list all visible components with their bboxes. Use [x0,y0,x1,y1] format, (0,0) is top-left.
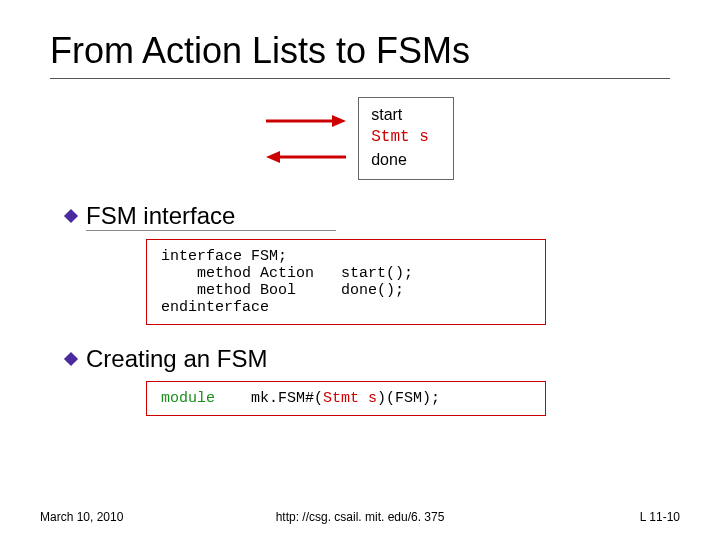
module-stmt-param: Stmt s [323,390,377,407]
module-call-part1: mk.FSM#( [215,390,323,407]
footer-page-number: L 11-10 [640,510,680,524]
bullet-underline [86,230,336,231]
slide-title: From Action Lists to FSMs [50,30,670,72]
diagram-stmt-label: Stmt s [371,126,429,148]
code-module-box: module mk.FSM#(Stmt s)(FSM); [146,381,546,416]
footer-date: March 10, 2010 [40,510,123,524]
diamond-icon [64,209,78,223]
bullet-creating-fsm: Creating an FSM [66,345,670,373]
fsm-diagram: start Stmt s done [150,97,570,180]
footer-link: http: //csg. csail. mit. edu/6. 375 [276,510,445,524]
code-interface-box: interface FSM; method Action start(); me… [146,239,546,325]
diagram-arrows [266,115,346,163]
bullet-fsm-interface: FSM interface [66,202,670,230]
slide-footer: March 10, 2010 http: //csg. csail. mit. … [0,510,720,524]
module-call-part2: )(FSM); [377,390,440,407]
diagram-start-label: start [371,104,429,126]
bullet-label: Creating an FSM [86,345,267,373]
svg-marker-3 [266,151,280,163]
title-underline [50,78,670,79]
bullet-label: FSM interface [86,202,235,230]
diagram-done-label: done [371,149,429,171]
module-keyword: module [161,390,215,407]
diagram-box: start Stmt s done [358,97,454,180]
svg-marker-1 [332,115,346,127]
arrow-right-icon [266,115,346,127]
diamond-icon [64,352,78,366]
arrow-left-icon [266,151,346,163]
